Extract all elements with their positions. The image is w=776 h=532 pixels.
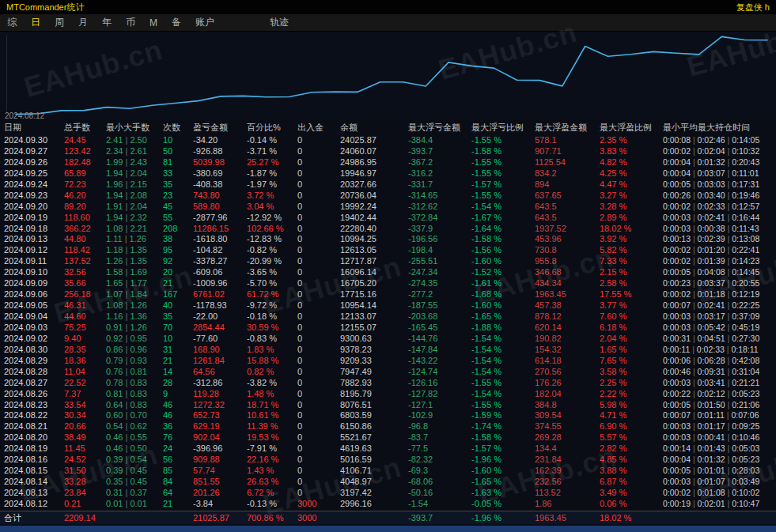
table-row[interactable]: 2024.08.2230.340.60 | 0.7046652.7310.61 … bbox=[0, 410, 776, 421]
cell-min-max-lots: 0.78 | 0.83 bbox=[106, 378, 163, 389]
cell-percent: -0.82 % bbox=[247, 245, 297, 256]
cell-profit-loss: 64.56 bbox=[193, 367, 247, 378]
cell-total-lots: 23.84 bbox=[64, 488, 106, 499]
table-row[interactable]: 2024.09.0375.250.91 | 1.26702854.4430.59… bbox=[0, 323, 776, 334]
table-row[interactable]: 2024.08.1433.280.35 | 0.4584851.5526.63 … bbox=[0, 477, 776, 488]
cell-max-float-profit-ratio: 0.06 % bbox=[600, 499, 663, 510]
cell-percent: -5.70 % bbox=[247, 278, 297, 289]
cell-max-float-profit-ratio: 3.27 % bbox=[600, 191, 663, 202]
cell-holding-times: 0:00:03 | 0:00:38 | 0:11:43 bbox=[663, 224, 776, 235]
cell-min-max-lots: 0.31 | 0.37 bbox=[106, 488, 163, 499]
table-row[interactable]: 2024.08.2722.520.78 | 0.8328-312.86-3.82… bbox=[0, 378, 776, 389]
table-row[interactable]: 2024.08.1911.450.46 | 0.5024-396.96-7.91… bbox=[0, 443, 776, 455]
menu-item-3[interactable]: 月 bbox=[71, 16, 95, 29]
column-header-9[interactable]: 最大浮亏比例 bbox=[471, 120, 535, 135]
cell-count: 21 bbox=[163, 356, 193, 367]
menu-item-4[interactable]: 年 bbox=[95, 16, 119, 29]
cell-percent: 26.63 % bbox=[247, 477, 297, 488]
cell-balance: 5521.67 bbox=[340, 432, 408, 443]
table-row[interactable]: 2024.09.1032.561.58 | 1.6920-609.06-3.65… bbox=[0, 267, 776, 278]
table-row[interactable]: 2024.09.0444.601.16 | 1.3635-22.00-0.18 … bbox=[0, 311, 776, 323]
cell-percent: -0.83 % bbox=[247, 334, 297, 345]
table-row[interactable]: 2024.09.0935.661.65 | 1.7721-1009.96-5.7… bbox=[0, 278, 776, 289]
menu-item-5[interactable]: 币 bbox=[119, 16, 142, 29]
table-row[interactable]: 2024.09.11137.521.26 | 1.3592-3378.27-20… bbox=[0, 256, 776, 267]
cell-max-float-loss: -247.34 bbox=[408, 267, 471, 278]
column-header-2[interactable]: 最小大手数 bbox=[106, 120, 163, 135]
cell-max-float-loss-ratio: -1.54 % bbox=[471, 389, 535, 400]
cell-date: 2024.09.25 bbox=[4, 168, 64, 179]
column-header-3[interactable]: 次数 bbox=[163, 120, 193, 135]
column-header-7[interactable]: 余额 bbox=[340, 120, 408, 135]
cell-max-float-loss: -126.16 bbox=[408, 378, 471, 389]
cell-balance: 19992.24 bbox=[340, 202, 408, 213]
table-row[interactable]: 2024.08.2811.040.76 | 0.811464.560.82 %0… bbox=[0, 367, 776, 378]
equity-curve-line bbox=[16, 36, 767, 114]
cell-count: 20 bbox=[163, 267, 193, 278]
menu-item-8[interactable]: 账户 bbox=[188, 16, 221, 29]
cell-max-float-loss: -372.84 bbox=[408, 213, 471, 224]
cell-max-float-loss: -367.2 bbox=[408, 157, 471, 168]
table-row[interactable]: 2024.09.3024.452.41 | 2.5010-34.20-0.14 … bbox=[0, 135, 776, 146]
column-header-1[interactable]: 总手数 bbox=[64, 120, 106, 135]
table-row[interactable]: 2024.08.2333.540.64 | 0.83461272.3218.71… bbox=[0, 400, 776, 411]
column-header-4[interactable]: 盈亏金额 bbox=[193, 120, 247, 135]
cell-min-max-lots: 0.91 | 1.26 bbox=[106, 323, 163, 334]
table-row[interactable]: 2024.09.2089.201.91 | 2.0445589.803.04 %… bbox=[0, 202, 776, 213]
table-row[interactable]: 2024.09.2472.231.96 | 2.1535-408.38-1.97… bbox=[0, 179, 776, 191]
menu-item-2[interactable]: 周 bbox=[47, 16, 71, 29]
column-header-12[interactable]: 最小平均最大持仓时间 bbox=[663, 120, 776, 135]
table-row[interactable]: 2024.09.12118.421.18 | 1.3595-104.82-0.8… bbox=[0, 245, 776, 256]
cell-deposit-withdrawal: 0 bbox=[297, 323, 340, 334]
cell-profit-loss: 119.28 bbox=[193, 389, 247, 400]
table-row[interactable]: 2024.09.2346.201.94 | 2.0823743.803.72 %… bbox=[0, 191, 776, 202]
table-row[interactable]: 2024.08.3028.350.86 | 0.9631168.901.83 %… bbox=[0, 345, 776, 356]
cell-deposit-withdrawal: 0 bbox=[297, 334, 340, 345]
table-row[interactable]: 2024.09.029.400.92 | 0.9510-77.60-0.83 %… bbox=[0, 334, 776, 345]
column-header-8[interactable]: 最大浮亏金额 bbox=[408, 120, 471, 135]
cell-percent: -3.71 % bbox=[247, 146, 297, 157]
menu-item-0[interactable]: 综 bbox=[0, 16, 24, 29]
table-body: 2024.09.3024.452.41 | 2.5010-34.20-0.14 … bbox=[0, 135, 776, 510]
table-row[interactable]: 2024.08.2038.490.46 | 0.5576902.0419.53 … bbox=[0, 432, 776, 443]
cell-total-lots: 31.50 bbox=[64, 466, 106, 477]
cell-percent: 3.04 % bbox=[247, 202, 297, 213]
table-row[interactable]: 2024.09.26182.481.99 | 2.43815039.9825.2… bbox=[0, 157, 776, 168]
cell-date: 2024.09.12 bbox=[4, 245, 64, 256]
cell-min-max-lots: 0.46 | 0.50 bbox=[106, 443, 163, 455]
cell-balance: 9209.33 bbox=[340, 356, 408, 367]
cell-max-float-loss: -147.84 bbox=[408, 345, 471, 356]
cell-count: 46 bbox=[163, 410, 193, 421]
cell-max-float-profit: 955.8 bbox=[535, 256, 600, 267]
table-row[interactable]: 2024.08.1531.500.39 | 0.458557.741.43 %0… bbox=[0, 466, 776, 477]
table-row[interactable]: 2024.09.19118.601.94 | 2.3255-2877.96-12… bbox=[0, 213, 776, 224]
table-row[interactable]: 2024.08.1624.520.39 | 0.5456909.8822.16 … bbox=[0, 455, 776, 466]
cell-profit-loss: 201.26 bbox=[193, 488, 247, 499]
table-row[interactable]: 2024.08.267.370.81 | 0.839119.281.48 %08… bbox=[0, 389, 776, 400]
column-header-10[interactable]: 最大浮盈金额 bbox=[535, 120, 600, 135]
table-row[interactable]: 2024.08.1323.840.31 | 0.3764201.266.72 %… bbox=[0, 488, 776, 499]
table-row[interactable]: 2024.09.1344.801.11 | 1.2638-1618.80-12.… bbox=[0, 234, 776, 245]
table-row[interactable]: 2024.09.06256.181.07 | 1.841676761.0261.… bbox=[0, 289, 776, 300]
table-row[interactable]: 2024.09.27123.422.34 | 2.6150-926.88-3.7… bbox=[0, 146, 776, 157]
table-row[interactable]: 2024.09.18366.221.08 | 2.2120811286.1510… bbox=[0, 224, 776, 235]
cell-holding-times: 0:00:07 | 0:02:41 | 0:22:25 bbox=[663, 300, 776, 311]
table-row[interactable]: 2024.08.120.210.01 | 0.0121-3.84-0.13 %3… bbox=[0, 499, 776, 510]
table-row[interactable]: 2024.09.0546.311.08 | 1.2640-1178.93-9.7… bbox=[0, 300, 776, 311]
menu-item-9[interactable]: 轨迹 bbox=[263, 16, 296, 29]
column-header-11[interactable]: 最大浮盈比例 bbox=[600, 120, 663, 135]
cell-max-float-profit: 434.34 bbox=[535, 278, 600, 289]
table-row[interactable]: 2024.08.2918.360.79 | 0.93211261.8415.88… bbox=[0, 356, 776, 367]
menu-bar: 综日周月年币M备账户轨迹 bbox=[0, 14, 776, 32]
cell-deposit-withdrawal: 0 bbox=[297, 168, 340, 179]
menu-item-7[interactable]: 备 bbox=[165, 16, 188, 29]
column-header-5[interactable]: 百分比% bbox=[247, 120, 297, 135]
column-header-0[interactable]: 日期 bbox=[4, 120, 64, 135]
table-row[interactable]: 2024.08.2120.660.54 | 0.6236629.1911.39 … bbox=[0, 421, 776, 432]
menu-item-1[interactable]: 日 bbox=[24, 16, 47, 29]
column-header-6[interactable]: 出入金 bbox=[297, 120, 340, 135]
cell-max-float-profit: 232.56 bbox=[535, 477, 600, 488]
table-row[interactable]: 2024.09.2565.891.94 | 2.0433-380.69-1.87… bbox=[0, 168, 776, 179]
cell-total-lots: 366.22 bbox=[64, 224, 106, 235]
menu-item-6[interactable]: M bbox=[142, 17, 165, 28]
